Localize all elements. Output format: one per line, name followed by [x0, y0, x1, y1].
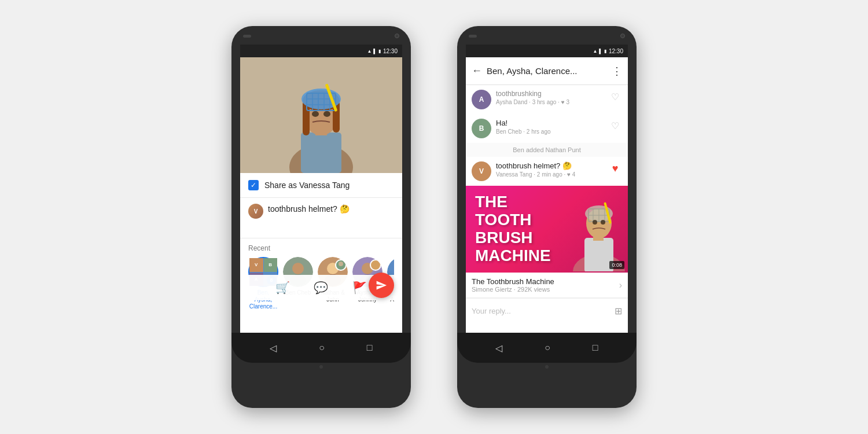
back-nav[interactable]: ◁: [270, 343, 277, 354]
right-nav-bar: ◁ ○ □: [457, 333, 637, 363]
right-home-nav[interactable]: ○: [545, 343, 550, 353]
svg-point-30: [370, 260, 381, 270]
share-checkbox[interactable]: ✓: [248, 180, 259, 190]
right-phone: ▲ ▌ ▮ 12:30 ← Ben, Aysha, Clarence... ⋮ …: [457, 26, 637, 408]
left-nav-bar: ◁ ○ □: [231, 333, 411, 363]
right-screen: ▲ ▌ ▮ 12:30 ← Ben, Aysha, Clarence... ⋮ …: [466, 45, 628, 333]
right-time-display: 12:30: [609, 48, 623, 54]
back-button[interactable]: ←: [472, 65, 482, 77]
cart-icon[interactable]: 🛒: [275, 281, 290, 295]
ben-msg-avatar: B: [472, 119, 491, 138]
right-status-icons: ▲ ▌ ▮: [593, 49, 606, 54]
grid-cell-2: B: [264, 258, 278, 272]
vanessa-msg-meta: Vanessa Tang · 2 min ago · ♥ 4: [496, 171, 604, 178]
ben-heart-icon: ♡: [611, 120, 619, 131]
video-duration: 0:08: [609, 261, 624, 269]
grid-cell-1: V: [249, 258, 263, 272]
quote-icon[interactable]: 💬: [314, 281, 328, 295]
reply-bar[interactable]: Your reply... ⊞: [466, 298, 628, 323]
message-row-vanessa: V toothbrush helmet? 🤔 Vanessa Tang · 2 …: [466, 157, 628, 186]
send-fab[interactable]: [369, 273, 394, 298]
message-row-ben: B Ha! Ben Cheb · 2 hrs ago ♡: [466, 114, 628, 143]
time-display: 12:30: [383, 48, 398, 54]
recent-label: Recent: [248, 244, 394, 252]
home-nav[interactable]: ○: [319, 343, 325, 353]
send-icon: [376, 279, 387, 291]
video-title-area: THETOOTHBRUSHMACHINE: [475, 193, 551, 264]
message-row-aysha: A toothbrushking Aysha Dand · 3 hrs ago …: [466, 85, 628, 114]
right-bottom-dot: [545, 365, 549, 369]
right-wifi-icon: ▲: [593, 49, 597, 54]
speaker: [243, 35, 251, 38]
aysha-msg-meta: Aysha Dand · 3 hrs ago · ♥ 3: [496, 99, 604, 105]
heart-icon-empty: ♡: [611, 91, 619, 102]
left-phone: ▲ ▌ ▮ 12:30: [231, 26, 411, 408]
aysha-like-button[interactable]: ♡: [608, 90, 622, 104]
thumbnail-person-svg: [558, 186, 628, 271]
ben-msg-meta: Ben Cheb · 2 hrs ago: [496, 128, 604, 135]
battery-icon: ▮: [378, 49, 381, 54]
svg-point-47: [601, 220, 605, 225]
message-area[interactable]: V toothbrush helmet? 🤔: [240, 198, 402, 238]
vanessa-msg-content: toothbrush helmet? 🤔 Vanessa Tang · 2 mi…: [496, 161, 604, 178]
left-status-bar: ▲ ▌ ▮ 12:30: [240, 45, 402, 57]
right-status-bar: ▲ ▌ ▮ 12:30: [466, 45, 628, 57]
vanessa-msg-text: toothbrush helmet? 🤔: [496, 161, 604, 170]
right-back-nav[interactable]: ◁: [495, 343, 502, 354]
chevron-right-icon[interactable]: ›: [619, 280, 622, 290]
wifi-icon: ▲: [367, 49, 372, 54]
ben-like-button[interactable]: ♡: [608, 119, 622, 133]
status-icons: ▲ ▌ ▮: [367, 49, 381, 54]
grid-img-2: B: [264, 258, 278, 272]
ben-msg-text: Ha!: [496, 119, 604, 127]
video-thumbnail[interactable]: THETOOTHBRUSHMACHINE: [466, 186, 628, 273]
vanessa-like-button[interactable]: ♥: [608, 161, 622, 175]
checkmark-icon: ✓: [251, 181, 256, 189]
aysha-msg-content: toothbrushking Aysha Dand · 3 hrs ago · …: [496, 90, 604, 105]
video-views: 292K views: [517, 286, 550, 293]
system-text: Ben added Nathan Punt: [513, 146, 580, 153]
video-info-row[interactable]: The Toothbrush Machine Simone Giertz · 2…: [466, 273, 628, 298]
flag-icon[interactable]: 🚩: [352, 281, 367, 295]
bottom-dot: [319, 365, 323, 369]
camera-icon[interactable]: ⊞: [615, 306, 622, 317]
video-person-svg: [240, 57, 402, 173]
message-text[interactable]: toothbrush helmet? 🤔: [268, 204, 350, 215]
aysha-msg-avatar: A: [472, 90, 491, 109]
svg-rect-2: [301, 133, 341, 173]
video-info-text: The Toothbrush Machine Simone Giertz · 2…: [472, 277, 619, 293]
signal-icon: ▌: [373, 49, 377, 54]
video-subtitle-label: Simone Giertz · 292K views: [472, 286, 619, 293]
reply-input[interactable]: Your reply...: [472, 307, 610, 315]
svg-point-17: [312, 111, 319, 117]
right-phone-top-bar: [457, 26, 637, 42]
left-screen: ▲ ▌ ▮ 12:30: [240, 45, 402, 333]
vanessa-heart-icon: ♥: [612, 163, 619, 175]
right-recents-nav[interactable]: □: [593, 343, 598, 353]
right-battery-icon: ▮: [604, 49, 606, 54]
recents-nav[interactable]: □: [367, 343, 373, 353]
video-title-label: The Toothbrush Machine: [472, 277, 619, 286]
system-message: Ben added Nathan Punt: [466, 143, 628, 157]
vanessa-msg-avatar: V: [472, 161, 491, 181]
phone-top-bar: [231, 26, 411, 42]
video-channel: Simone Giertz: [472, 286, 512, 293]
share-label: Share as Vanessa Tang: [264, 181, 350, 190]
conversation-title: Ben, Aysha, Clarence...: [487, 66, 607, 76]
right-speaker: [469, 35, 477, 38]
right-camera: [620, 34, 625, 38]
svg-point-18: [323, 111, 330, 117]
right-signal-icon: ▌: [599, 49, 602, 54]
svg-point-20: [292, 263, 304, 274]
more-options-button[interactable]: ⋮: [612, 65, 622, 78]
thumbnail-title: THETOOTHBRUSHMACHINE: [475, 193, 551, 264]
svg-point-26: [339, 262, 343, 266]
app-bar: ← Ben, Aysha, Clarence... ⋮: [466, 57, 628, 85]
aysha-msg-text: toothbrushking: [496, 90, 604, 98]
video-preview: [240, 57, 402, 173]
ben-msg-content: Ha! Ben Cheb · 2 hrs ago: [496, 119, 604, 135]
conversation-area: A toothbrushking Aysha Dand · 3 hrs ago …: [466, 85, 628, 323]
camera: [395, 34, 399, 38]
grid-img-1: V: [249, 258, 263, 272]
share-header[interactable]: ✓ Share as Vanessa Tang: [240, 173, 402, 198]
